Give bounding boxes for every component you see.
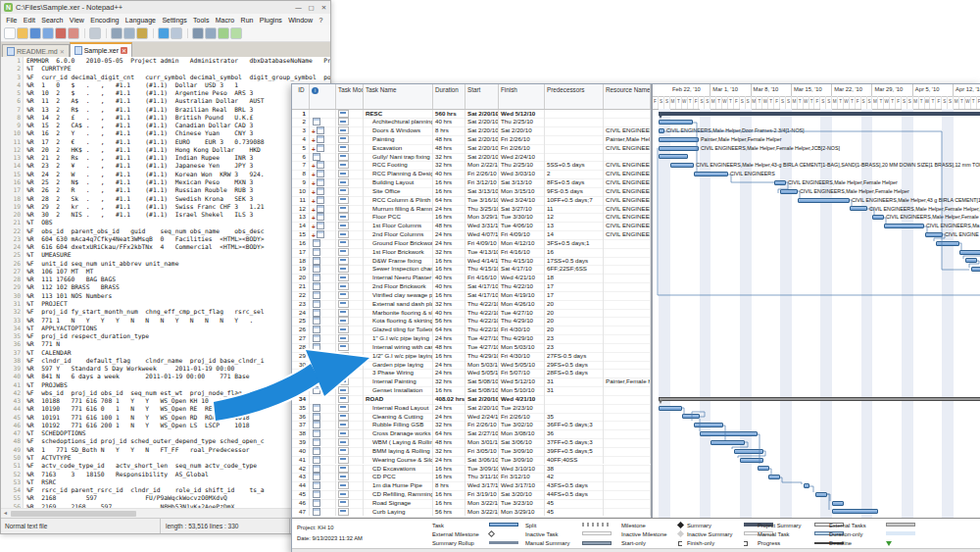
task-mode-cell[interactable] <box>336 309 364 318</box>
cell[interactable] <box>604 282 651 291</box>
task-name-cell[interactable]: Road Signage <box>364 499 433 508</box>
cell[interactable]: Mon 4/12/10 <box>499 239 545 248</box>
task-bar[interactable] <box>700 431 758 436</box>
cell[interactable]: Thu 4/29/10 <box>499 317 545 326</box>
task-mode-cell[interactable] <box>336 421 364 429</box>
task-name-cell[interactable]: Painting <box>364 135 433 144</box>
cell[interactable]: 11 <box>292 196 310 205</box>
cell[interactable]: Mon 3/29/10 <box>466 213 499 222</box>
code-line[interactable]: %F rsrc_id parent_rsrc_id clndr_id role_… <box>26 486 330 494</box>
task-mode-cell[interactable] <box>336 274 364 282</box>
cell[interactable]: 33 <box>292 386 310 395</box>
code-line[interactable]: %F clndr_id default_flag clndr_name proj… <box>26 357 330 365</box>
cell[interactable] <box>604 248 651 257</box>
task-mode-cell[interactable] <box>336 490 364 499</box>
column-header-ID[interactable]: ID <box>292 84 310 109</box>
cell[interactable]: 32 hrs <box>433 447 466 456</box>
task-bar[interactable] <box>768 475 780 479</box>
code-line[interactable]: %R 7163 3 18150 Responsibility AS_Global <box>26 471 330 478</box>
task-name-cell[interactable]: Site Office <box>364 187 433 196</box>
task-bar[interactable] <box>884 224 924 228</box>
cell[interactable]: Sat 3/13/10 <box>499 178 545 187</box>
cell[interactable]: CIVIL ENGINEERS,M <box>604 144 651 153</box>
cell[interactable]: 27 <box>292 334 310 343</box>
cell[interactable]: 20 <box>545 300 604 309</box>
code-line[interactable]: %R 1 771 SD_Both N Y Y N FT_FF roal_Pred… <box>26 446 330 454</box>
task-name-cell[interactable]: Internal wiring with casin <box>364 343 433 352</box>
task-bar[interactable] <box>815 492 827 497</box>
close-icon[interactable] <box>55 27 67 39</box>
code-line[interactable]: %R 15 2 CA$ . , #1.1 (#1.1) Canadian Dol… <box>26 122 330 129</box>
task-mode-cell[interactable] <box>336 196 364 205</box>
cell[interactable]: 44FS+0.5 days <box>545 490 604 499</box>
task-name-cell[interactable]: WBM ( Laying & Rolling ) <box>364 438 433 447</box>
task-mode-cell[interactable] <box>336 300 364 309</box>
task-mode-cell[interactable] <box>336 386 364 395</box>
cell[interactable]: 22 <box>292 291 310 300</box>
code-line[interactable]: %F proj_id fy_start_month_num chng_eff_c… <box>26 308 330 316</box>
task-bar[interactable] <box>780 189 798 194</box>
cell[interactable]: Fri 2/26/10 <box>466 170 499 178</box>
cell[interactable] <box>604 386 651 395</box>
open-folder-icon[interactable] <box>17 27 28 39</box>
task-bar[interactable] <box>925 232 943 237</box>
task-name-cell[interactable]: Glazed tiling for Toilets & <box>364 326 433 334</box>
code-line[interactable]: %F obs_id parent_obs_id guid seq_num obs… <box>26 227 330 235</box>
cell[interactable]: 38 <box>292 429 310 438</box>
cell[interactable]: 29FS+0.5 days <box>545 361 604 370</box>
cell[interactable] <box>604 274 651 282</box>
cell[interactable]: Mon 3/22/10 <box>466 508 499 517</box>
cell[interactable]: 32 hrs <box>433 421 466 429</box>
code-line[interactable]: %F proj_id respect_duration_type <box>26 332 330 340</box>
cell[interactable]: 56 hrs <box>433 508 466 517</box>
task-name-cell[interactable]: Cleaning & Cutting <box>364 413 433 422</box>
cell[interactable] <box>604 361 651 370</box>
zoom-in-icon[interactable] <box>218 27 229 39</box>
code-line[interactable]: %T APPLYACTOPTIONS <box>26 325 330 332</box>
task-name-cell[interactable]: Internal Painting <box>364 377 433 386</box>
cell[interactable]: Thu 3/11/10 <box>466 473 499 481</box>
cell[interactable] <box>604 118 651 126</box>
cell[interactable]: 29 <box>292 352 310 361</box>
cell[interactable] <box>604 317 651 326</box>
cell[interactable]: 24 hrs <box>433 230 466 239</box>
cell[interactable] <box>604 291 651 300</box>
summary-bar[interactable] <box>659 112 980 116</box>
cell[interactable]: 19 <box>292 265 310 274</box>
cell[interactable]: Wed 3/17/10 <box>466 481 499 490</box>
menu-search[interactable]: Search <box>38 17 67 24</box>
cell[interactable]: Wed 4/14/10 <box>466 257 499 266</box>
code-line[interactable]: %R 17 2 € . , #1.1 (#1.1) EURO EUR 3 0.7… <box>26 138 330 146</box>
menu-macro[interactable]: Macro <box>213 17 238 24</box>
cell[interactable]: 21 <box>292 282 310 291</box>
cell[interactable]: 40FF;40SS <box>545 456 604 465</box>
cell[interactable]: 40 hrs <box>433 170 466 178</box>
code-line[interactable]: %F schedoptions_id proj_id sched_outer_d… <box>26 437 330 445</box>
code-line[interactable]: %R 16 2 Y . , #1.1 (#1.1) Chinese Yuan C… <box>26 129 330 137</box>
task-name-cell[interactable]: Building Layout <box>364 178 433 187</box>
cell[interactable] <box>604 456 651 465</box>
cell[interactable]: 40 hrs <box>433 282 466 291</box>
column-header-Start[interactable]: Start <box>466 84 499 109</box>
task-name-cell[interactable]: Curb Laying <box>364 508 433 517</box>
task-mode-cell[interactable] <box>336 222 364 230</box>
cell[interactable]: Thu 4/22/10 <box>466 300 499 309</box>
task-bar[interactable] <box>804 483 809 488</box>
menu-file[interactable]: File <box>3 17 21 24</box>
code-line[interactable]: %R 14 2 £ . , #1.1 (#1.1) British Pound … <box>26 114 330 122</box>
cell[interactable]: 47 <box>292 508 310 517</box>
cell[interactable]: Mon 3/15/10 <box>499 187 545 196</box>
cell[interactable]: Mon 4/19/10 <box>499 291 545 300</box>
task-name-cell[interactable]: 1st Floor Columns <box>364 222 433 230</box>
code-line[interactable]: %T ACTVTYPE <box>26 454 330 462</box>
cell[interactable]: 32 <box>292 377 310 386</box>
cell[interactable]: Fri 3/05/10 <box>466 447 499 456</box>
cell[interactable]: Wed 3/17/10 <box>499 481 545 490</box>
code-line[interactable]: %R 111 17660 BAG BAGS <box>26 276 330 283</box>
horizontal-scrollbar[interactable]: ◄ <box>1 508 330 518</box>
column-header-Task Mode[interactable]: Task Mode <box>336 84 364 109</box>
task-name-cell[interactable]: 2nd Floor Brickwork <box>364 282 433 291</box>
cell[interactable]: 3 <box>292 126 310 135</box>
task-bar[interactable] <box>659 128 664 133</box>
cell[interactable]: 20 <box>545 317 604 326</box>
